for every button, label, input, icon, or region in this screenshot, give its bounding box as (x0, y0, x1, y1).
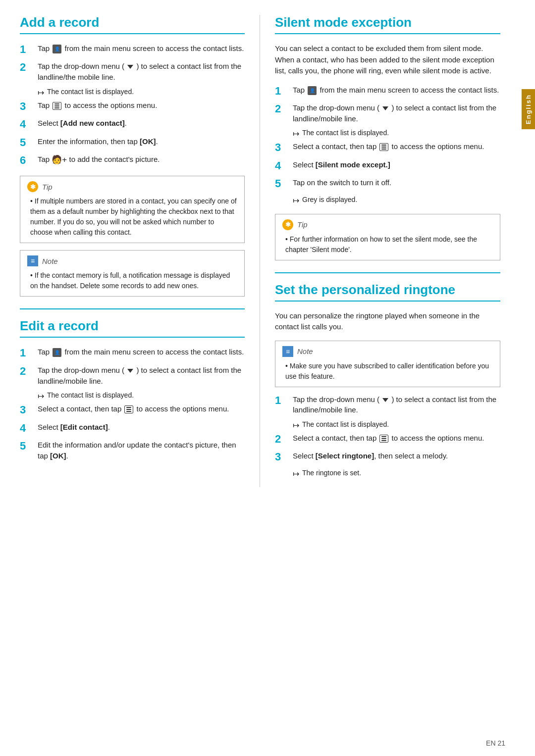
note-label: Note (297, 347, 313, 355)
tip-text: If multiple numbers are stored in a cont… (30, 196, 237, 238)
right-column: Silent mode exception You can select a c… (260, 15, 500, 487)
note-text: Make sure you have subscribed to caller … (285, 361, 493, 382)
step-text: Tap 👤 from the main menu screen to acces… (38, 43, 245, 54)
step-number: 1 (20, 347, 35, 359)
ringtone-title: Set the personalized ringtone (275, 282, 500, 302)
step-item: 1 Tap 👤 from the main menu screen to acc… (20, 347, 245, 359)
language-tab: English (522, 89, 535, 129)
note-box: Note If the contact memory is full, a no… (20, 250, 245, 297)
step-number: 4 (20, 118, 35, 131)
tip-header: Tip (282, 219, 493, 230)
step-item: 3 Tap to access the options menu. (20, 100, 245, 113)
section-divider (20, 308, 245, 309)
step-number: 2 (275, 102, 290, 115)
silent-tip-box: Tip For further information on how to se… (275, 214, 500, 260)
note-content: Make sure you have subscribed to caller … (282, 361, 493, 382)
edit-record-steps: 1 Tap 👤 from the main menu screen to acc… (20, 347, 245, 461)
step-text: Select [Select ringtone], then select a … (293, 451, 500, 461)
tip-icon (282, 219, 293, 230)
note-icon (27, 255, 38, 266)
edit-record-title: Edit a record (20, 318, 245, 338)
step-item: 2 Select a contact, then tap to access t… (275, 433, 500, 446)
step-item: 5 Edit the information and/or update the… (20, 440, 245, 461)
dropdown-icon (382, 106, 388, 110)
note-text: If the contact memory is full, a notific… (30, 270, 237, 291)
ringtone-steps: 1 Tap the drop-down menu ( ) to select a… (275, 394, 500, 478)
step-number: 4 (275, 159, 290, 172)
step-result: Grey is displayed. (293, 196, 500, 205)
step-item: 3 Select [Select ringtone], then select … (275, 451, 500, 463)
tip-content: If multiple numbers are stored in a cont… (27, 196, 237, 238)
step-text: Tap 🧑+ to add the contact's picture. (38, 154, 245, 166)
tip-label: Tip (42, 183, 53, 191)
step-number: 3 (20, 403, 35, 416)
contact-icon: 👤 (53, 348, 61, 357)
step-item: 1 Tap the drop-down menu ( ) to select a… (275, 394, 500, 416)
menu-icon (379, 435, 388, 443)
step-result: The contact list is displayed. (38, 391, 245, 401)
step-text: Tap the drop-down menu ( ) to select a c… (293, 394, 500, 416)
step-item: 5 Enter the information, then tap [OK]. (20, 136, 245, 149)
tip-content: For further information on how to set th… (282, 234, 493, 255)
page-footer: EN 21 (486, 739, 505, 747)
step-item: 4 Select [Edit contact]. (20, 422, 245, 435)
step-result: The contact list is displayed. (293, 129, 500, 138)
note-label: Note (42, 257, 58, 265)
silent-mode-intro: You can select a contact to be excluded … (275, 43, 500, 77)
step-result: The contact list is displayed. (38, 88, 245, 97)
note-icon (282, 346, 293, 357)
step-text: Select a contact, then tap to access the… (38, 403, 245, 414)
step-item: 2 Tap the drop-down menu ( ) to select a… (20, 365, 245, 387)
edit-record-section: Edit a record 1 Tap 👤 from the main menu… (20, 318, 245, 461)
section-divider (275, 272, 500, 273)
dropdown-icon (382, 398, 388, 402)
step-number: 3 (275, 451, 290, 463)
step-item: 2 Tap the drop-down menu ( ) to select a… (275, 102, 500, 124)
step-number: 5 (20, 136, 35, 149)
dropdown-icon (127, 369, 133, 373)
step-result: The contact list is displayed. (293, 420, 500, 430)
step-text: Tap 👤 from the main menu screen to acces… (38, 347, 245, 357)
note-content: If the contact memory is full, a notific… (27, 270, 237, 291)
silent-mode-title: Silent mode exception (275, 15, 500, 34)
step-item: 1 Tap 👤 from the main menu screen to acc… (275, 85, 500, 98)
contact-icon: 👤 (308, 86, 317, 95)
step-text: Tap on the switch to turn it off. (293, 177, 500, 188)
step-number: 3 (275, 141, 290, 154)
step-text: Tap 👤 from the main menu screen to acces… (293, 85, 500, 96)
note-header: Note (282, 346, 493, 357)
step-number: 1 (275, 394, 290, 407)
step-text: Select [Silent mode except.] (293, 159, 500, 170)
left-column: Add a record 1 Tap 👤 from the main menu … (20, 15, 260, 487)
silent-mode-section: Silent mode exception You can select a c… (275, 15, 500, 260)
step-number: 1 (20, 43, 35, 56)
step-text: Select a contact, then tap to access the… (293, 433, 500, 444)
step-number: 1 (275, 85, 290, 98)
step-number: 4 (20, 422, 35, 435)
step-item: 5 Tap on the switch to turn it off. (275, 177, 500, 190)
add-record-title: Add a record (20, 15, 245, 34)
add-record-steps: 1 Tap 👤 from the main menu screen to acc… (20, 43, 245, 167)
step-number: 2 (20, 365, 35, 378)
step-text: Tap the drop-down menu ( ) to select a c… (293, 102, 500, 124)
step-text: Enter the information, then tap [OK]. (38, 136, 245, 147)
step-number: 3 (20, 100, 35, 113)
step-number: 5 (20, 440, 35, 453)
step-number: 2 (275, 433, 290, 446)
step-text: Edit the information and/or update the c… (38, 440, 245, 461)
note-header: Note (27, 255, 237, 266)
page-content: Add a record 1 Tap 👤 from the main menu … (0, 0, 535, 502)
menu-icon (124, 405, 133, 413)
step-item: 3 Select a contact, then tap to access t… (20, 403, 245, 416)
step-result: The ringtone is set. (293, 469, 500, 478)
step-item: 4 Select [Silent mode except.] (275, 159, 500, 172)
step-text: Tap the drop-down menu ( ) to select a c… (38, 61, 245, 83)
ringtone-intro: You can personalize the ringtone played … (275, 310, 500, 333)
tip-icon (27, 181, 38, 192)
person-add-icon: 🧑+ (52, 155, 67, 164)
step-number: 5 (275, 177, 290, 190)
step-number: 6 (20, 154, 35, 167)
ringtone-note-box: Note Make sure you have subscribed to ca… (275, 341, 500, 387)
tip-box: Tip If multiple numbers are stored in a … (20, 176, 245, 243)
menu-icon (53, 102, 61, 110)
